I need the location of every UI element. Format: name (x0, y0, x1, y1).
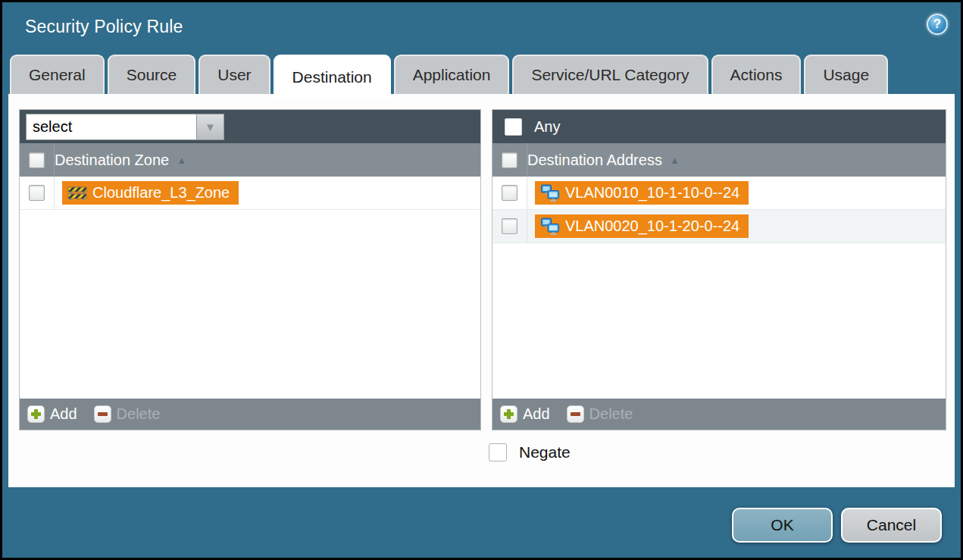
zone-select-all-checkbox[interactable] (29, 152, 45, 168)
zone-row[interactable]: Cloudflare_L3_Zone (20, 177, 480, 210)
zone-chip[interactable]: Cloudflare_L3_Zone (62, 181, 239, 205)
any-checkbox[interactable] (505, 118, 522, 136)
tab-general[interactable]: General (10, 55, 105, 94)
zone-select-dropdown-button[interactable]: ▼ (196, 114, 224, 140)
address-delete-button[interactable]: Delete (567, 405, 633, 423)
negate-checkbox[interactable] (489, 443, 507, 461)
dialog-title: Security Policy Rule (25, 17, 183, 37)
zone-list: Cloudflare_L3_Zone (20, 177, 480, 399)
zone-panel-header: ▼ (20, 110, 480, 143)
zone-icon (67, 186, 87, 201)
tab-application[interactable]: Application (394, 55, 510, 94)
add-icon (500, 405, 517, 423)
delete-icon (94, 405, 111, 423)
tab-usage[interactable]: Usage (804, 55, 888, 94)
destination-address-panel: Any Destination Address ▲ (492, 109, 946, 430)
sort-ascending-icon[interactable]: ▲ (670, 155, 680, 166)
address-chip[interactable]: VLAN0010_10-1-10-0--24 (535, 181, 749, 205)
address-column-header: Destination Address (527, 152, 662, 169)
tab-actions[interactable]: Actions (711, 55, 802, 94)
any-label: Any (534, 118, 560, 136)
zone-delete-button[interactable]: Delete (94, 405, 161, 423)
network-address-icon (540, 217, 560, 235)
address-row[interactable]: VLAN0010_10-1-10-0--24 (492, 177, 946, 210)
tab-destination[interactable]: Destination (274, 55, 391, 99)
dialog-content: ▼ Destination Zone ▲ (8, 94, 955, 487)
destination-zone-panel: ▼ Destination Zone ▲ (19, 109, 481, 430)
zone-select-input[interactable] (26, 114, 196, 140)
negate-option: Negate (489, 443, 571, 461)
add-icon (27, 405, 45, 423)
row-checkbox[interactable] (502, 185, 517, 201)
negate-label: Negate (519, 443, 571, 461)
address-panel-toolbar: Add Delete (492, 399, 946, 430)
address-list: VLAN0010_10-1-10-0--24 VLAN0020_10-1-20-… (492, 177, 946, 399)
address-column-header-row: Destination Address ▲ (492, 143, 946, 177)
network-address-icon (540, 184, 560, 202)
address-row[interactable]: VLAN0020_10-1-20-0--24 (492, 210, 946, 243)
address-chip[interactable]: VLAN0020_10-1-20-0--24 (535, 214, 749, 238)
sort-ascending-icon[interactable]: ▲ (177, 155, 186, 166)
tab-source[interactable]: Source (108, 55, 196, 94)
help-icon[interactable]: ? (927, 14, 948, 35)
ok-button[interactable]: OK (732, 508, 833, 543)
tab-service-url-category[interactable]: Service/URL Category (512, 55, 708, 94)
zone-select-combo: ▼ (26, 114, 224, 140)
address-select-all-checkbox[interactable] (502, 152, 517, 168)
tab-strip: General Source User Destination Applicat… (10, 55, 888, 94)
zone-column-header: Destination Zone (55, 152, 169, 169)
tab-user[interactable]: User (199, 55, 270, 94)
address-add-button[interactable]: Add (500, 405, 550, 423)
chevron-down-icon: ▼ (205, 121, 216, 133)
zone-column-header-row: Destination Zone ▲ (20, 143, 480, 177)
address-panel-header: Any (492, 110, 946, 143)
row-checkbox[interactable] (29, 185, 45, 201)
zone-panel-toolbar: Add Delete (20, 399, 480, 430)
cancel-button[interactable]: Cancel (841, 508, 942, 543)
delete-icon (567, 405, 584, 423)
row-checkbox[interactable] (502, 218, 517, 234)
security-policy-rule-dialog: Security Policy Rule ? General Source Us… (0, 0, 963, 560)
zone-add-button[interactable]: Add (27, 405, 77, 423)
